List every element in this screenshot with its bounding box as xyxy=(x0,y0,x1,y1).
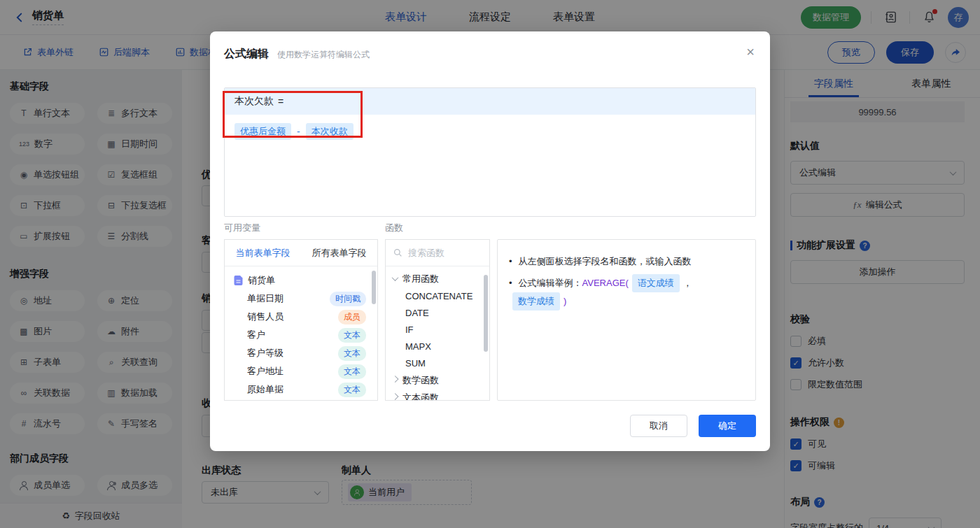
help-tip-2: 公式编辑举例： AVERAGE( 语文成绩 ， 数学成绩 ) xyxy=(509,274,744,311)
functions-panel: 常用函数 CONCATENATE DATE IF MAPX SUM 数学函数 文… xyxy=(385,239,490,401)
variables-panel: 当前表单字段 所有表单字段 销货单 单据日期时间戳 销售人员成员 客户文本 客户… xyxy=(224,239,378,401)
chevron-right-icon xyxy=(392,376,399,383)
help-panel: 从左侧面板选择字段名和函数，或输入函数 公式编辑举例： AVERAGE( 语文成… xyxy=(497,239,756,401)
chevron-down-icon xyxy=(392,274,399,281)
close-icon[interactable]: × xyxy=(746,44,755,60)
scrollbar-thumb[interactable] xyxy=(484,275,488,352)
formula-token-right[interactable]: 本次收款 xyxy=(306,123,354,140)
formula-expression[interactable]: 优惠后金额 - 本次收款 xyxy=(225,115,755,148)
function-group-math[interactable]: 数学函数 xyxy=(386,371,489,389)
equals-sign: = xyxy=(278,96,284,107)
search-input[interactable] xyxy=(408,248,478,258)
type-badge: 成员 xyxy=(338,310,366,324)
functions-label: 函数 xyxy=(385,222,403,234)
function-search[interactable] xyxy=(386,240,489,266)
function-item[interactable]: IF xyxy=(386,321,489,338)
type-badge: 时间戳 xyxy=(330,292,366,306)
minus-operator: - xyxy=(297,126,300,137)
variable-row[interactable]: 原始单据文本 xyxy=(225,380,377,399)
formula-target: 本次欠款 xyxy=(234,95,274,108)
chevron-right-icon xyxy=(392,393,399,400)
type-badge: 文本 xyxy=(338,328,366,343)
variables-tree-root[interactable]: 销货单 xyxy=(225,271,377,290)
function-item[interactable]: CONCATENATE xyxy=(386,287,489,304)
function-group-text[interactable]: 文本函数 xyxy=(386,389,489,401)
formula-token-left[interactable]: 优惠后金额 xyxy=(234,123,291,140)
variables-label: 可用变量 xyxy=(224,222,260,234)
function-group-common[interactable]: 常用函数 xyxy=(386,270,489,287)
help-tip-1: 从左侧面板选择字段名和函数，或输入函数 xyxy=(509,255,744,269)
cancel-button[interactable]: 取消 xyxy=(630,415,687,437)
tab-current-form-fields[interactable]: 当前表单字段 xyxy=(225,240,301,266)
variable-row[interactable]: 单据日期时间戳 xyxy=(225,290,377,308)
function-item[interactable]: DATE xyxy=(386,304,489,321)
form-designer-app: 销货单 表单设计 流程设定 表单设置 数据管理 存 表单外链 xyxy=(0,0,980,528)
function-item[interactable]: MAPX xyxy=(386,338,489,355)
formula-edit-modal: 公式编辑 使用数学运算符编辑公式 × 本次欠款 = 优惠后金额 - 本次收款 可… xyxy=(210,31,770,451)
example-token: 语文成绩 xyxy=(632,274,680,292)
scrollbar-thumb[interactable] xyxy=(372,271,376,304)
tab-all-form-fields[interactable]: 所有表单字段 xyxy=(301,240,377,266)
example-token: 数学成绩 xyxy=(512,292,560,311)
form-doc-icon xyxy=(234,276,243,285)
variable-row[interactable]: 客户地址文本 xyxy=(225,362,377,380)
variable-row[interactable]: 销售人员成员 xyxy=(225,308,377,326)
formula-editor[interactable]: 本次欠款 = 优惠后金额 - 本次收款 xyxy=(224,87,756,217)
variable-row[interactable]: 客户等级文本 xyxy=(225,344,377,362)
function-item[interactable]: SUM xyxy=(386,355,489,371)
variable-row[interactable]: 客户文本 xyxy=(225,326,377,344)
type-badge: 文本 xyxy=(338,364,366,379)
formula-target-row: 本次欠款 = xyxy=(225,88,755,115)
type-badge: 文本 xyxy=(338,383,366,397)
modal-subtitle: 使用数学运算符编辑公式 xyxy=(277,49,370,61)
function-name-example: AVERAGE( xyxy=(582,276,629,290)
confirm-button[interactable]: 确定 xyxy=(699,415,756,437)
type-badge: 文本 xyxy=(338,346,366,361)
search-icon xyxy=(393,248,403,258)
modal-title: 公式编辑 xyxy=(224,47,269,62)
